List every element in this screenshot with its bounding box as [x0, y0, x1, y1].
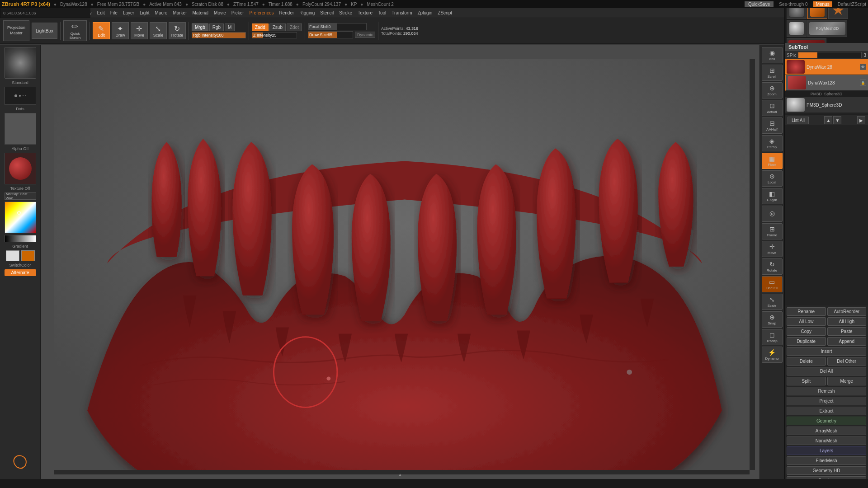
merge-btn[interactable]: Merge	[827, 377, 867, 385]
menu-movie[interactable]: Movie	[211, 10, 229, 16]
rotate-3d-btn[interactable]: ↻ Rotate	[762, 258, 783, 275]
menu-transform[interactable]: Transform	[389, 10, 415, 16]
dynamo-btn[interactable]: ⚡ Dynamo	[762, 347, 783, 363]
quick-sketch-btn[interactable]: ✏ QuickSketch	[63, 20, 87, 41]
lightbox-btn[interactable]: LightBox	[32, 23, 57, 39]
canvas-area[interactable]: ▲	[41, 45, 760, 479]
menu-stencil[interactable]: Stencil	[317, 10, 336, 16]
scale-3d-btn[interactable]: ⤡ Scale	[762, 294, 783, 310]
projection-master-btn[interactable]: ProjectionMaster	[3, 20, 30, 41]
gyro-btn[interactable]: ◎	[762, 206, 783, 222]
menu-marker[interactable]: Marker	[170, 10, 189, 16]
quicksave-button[interactable]: QuickSave	[745, 1, 774, 7]
zadd-btn[interactable]: Zadd	[252, 23, 269, 31]
line-fill-btn[interactable]: ▭ Line Fill	[762, 276, 783, 292]
rotate-btn[interactable]: ↻ Rotate	[169, 22, 186, 39]
menu-material[interactable]: Material	[190, 10, 212, 16]
snap-btn[interactable]: ⊕ Snap	[762, 311, 783, 328]
menu-layer[interactable]: Layer	[120, 10, 137, 16]
gradient-preview[interactable]	[5, 235, 36, 242]
subtool-item-3[interactable]: PM3D_Sphere3D	[785, 97, 868, 113]
focal-shift-slider[interactable]: Focal Shift 0	[308, 23, 367, 30]
move-btn[interactable]: ✛ Move	[131, 22, 148, 39]
menu-file[interactable]: File	[108, 10, 120, 16]
geometry-btn[interactable]: Geometry	[787, 417, 866, 425]
texture-preview[interactable]	[5, 153, 36, 184]
alpha-preview[interactable]	[5, 113, 36, 145]
rgb-btn[interactable]: Rgb	[209, 23, 224, 31]
brill-btn[interactable]: ◉ Brill	[762, 47, 783, 63]
subtool-item-1[interactable]: DynaWax 28 👁	[785, 59, 868, 75]
nano-mesh-btn[interactable]: NanoMesh	[787, 436, 866, 445]
menu-edit[interactable]: Edit	[94, 10, 108, 16]
insert-btn[interactable]: Insert	[787, 347, 866, 356]
menu-render[interactable]: Render	[277, 10, 297, 16]
subtool-item-2[interactable]: DynaWax128 🔒	[785, 75, 868, 91]
del-other-btn[interactable]: Del Other	[827, 357, 867, 366]
transp-btn[interactable]: ◻ Transp	[762, 329, 783, 345]
remesh-btn[interactable]: Remesh	[787, 387, 866, 395]
stroke-preview[interactable]	[5, 87, 36, 105]
matcap-btn[interactable]: MatCap: Fast Wax	[5, 192, 36, 200]
floor-btn[interactable]: ▦ Floor	[762, 153, 783, 169]
edit-btn[interactable]: ✎ Edit	[93, 22, 110, 39]
menu-light[interactable]: Light	[137, 10, 152, 16]
layers-btn[interactable]: Layers	[787, 446, 866, 455]
zdot-btn[interactable]: Zdot	[287, 23, 302, 31]
zoom-btn[interactable]: ⊕ Zoom	[762, 82, 783, 99]
alternate-btn[interactable]: Alternate	[5, 269, 36, 276]
menu-preferences[interactable]: Preferences	[247, 10, 277, 16]
subtool-right-btn[interactable]: ▶	[857, 116, 865, 124]
array-mesh-btn[interactable]: ArrayMesh	[787, 427, 866, 435]
local-btn[interactable]: ⊛ Local	[762, 170, 783, 187]
m-btn[interactable]: M	[225, 23, 235, 31]
project-btn[interactable]: Project	[787, 397, 866, 405]
subtool-down-btn[interactable]: ▼	[833, 116, 841, 124]
actual-btn[interactable]: ⊡ Actual	[762, 100, 783, 116]
fiber-mesh-btn[interactable]: FiberMesh	[787, 456, 866, 465]
all-high-btn[interactable]: All High	[827, 317, 867, 326]
tp-icon-5[interactable]: PolyMesh3D	[807, 20, 847, 37]
tp-icon-4[interactable]	[787, 20, 807, 37]
scroll-btn[interactable]: ⊞ Scroll	[762, 65, 783, 81]
append-btn[interactable]: Append	[827, 337, 867, 346]
geometry-hd-btn[interactable]: Geometry HD	[787, 466, 866, 475]
aahalf-btn[interactable]: ⊟ AAHalf	[762, 117, 783, 134]
auto-reorder-btn[interactable]: AutoReorder	[827, 307, 867, 316]
extract-btn[interactable]: Extract	[787, 407, 866, 415]
lsym-btn[interactable]: ◧ L.Sym	[762, 188, 783, 204]
move-3d-btn[interactable]: ✛ Move	[762, 241, 783, 257]
spix-slider[interactable]	[798, 52, 862, 58]
mrgb-btn[interactable]: Mrgb	[192, 23, 208, 31]
subtool-header[interactable]: SubTool	[785, 43, 868, 51]
list-all-btn[interactable]: List All	[788, 117, 809, 124]
persp-btn[interactable]: ◈ Persp	[762, 135, 783, 151]
copy-btn[interactable]: Copy	[787, 327, 826, 336]
dynamic-btn[interactable]: Dynamic	[355, 32, 375, 38]
menu-rigging[interactable]: Rigging	[297, 10, 317, 16]
all-low-btn[interactable]: All Low	[787, 317, 826, 326]
delete-btn[interactable]: Delete	[787, 357, 826, 366]
menu-tool[interactable]: Tool	[375, 10, 389, 16]
z-intensity-slider[interactable]: Z Intensity 25	[252, 32, 297, 38]
color-picker[interactable]	[5, 202, 36, 233]
color-box-white[interactable]	[6, 250, 19, 261]
rgb-intensity-slider[interactable]: Rgb Intensity 100	[192, 32, 246, 38]
split-btn[interactable]: Split	[787, 377, 826, 385]
menu-zscript[interactable]: ZScript	[435, 10, 455, 16]
menus-label[interactable]: Menus	[813, 1, 832, 7]
menu-zplugin[interactable]: Zplugin	[415, 10, 435, 16]
paste-btn[interactable]: Paste	[827, 327, 867, 336]
subtool-lock-2[interactable]: 🔒	[860, 80, 866, 86]
draw-btn[interactable]: ✦ Draw	[112, 22, 129, 39]
subtool-up-btn[interactable]: ▲	[824, 116, 832, 124]
brush-preview[interactable]	[5, 47, 36, 79]
rename-btn[interactable]: Rename	[787, 307, 826, 316]
menu-texture[interactable]: Texture	[355, 10, 375, 16]
color-box-orange[interactable]	[21, 250, 35, 261]
del-all-btn[interactable]: Del All	[787, 367, 866, 375]
menu-macro[interactable]: Macro	[152, 10, 170, 16]
canvas-inner[interactable]	[54, 59, 755, 474]
draw-size-slider[interactable]: Draw Size 65	[308, 31, 353, 38]
zsub-btn[interactable]: Zsub	[269, 23, 286, 31]
